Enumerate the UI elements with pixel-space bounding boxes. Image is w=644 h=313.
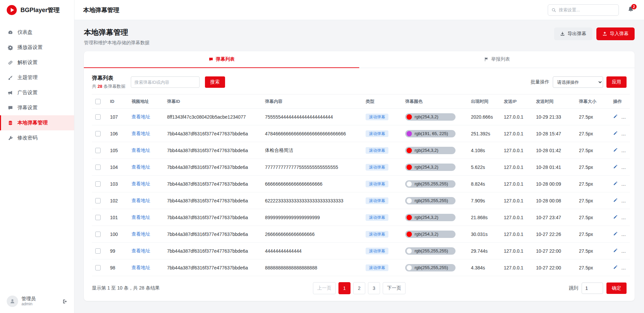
edit-icon[interactable] [613,248,618,253]
color-dot [407,148,412,153]
video-link[interactable]: 查看地址 [131,181,150,186]
video-link[interactable]: 查看地址 [131,248,150,253]
cell-send-time: 10-28 01:42 [533,142,576,159]
edit-icon[interactable] [613,181,618,186]
cell-size: 27.5px [576,259,610,276]
prev-page-button[interactable]: 上一页 [313,282,336,294]
header-video-url: 视频地址 [128,95,164,109]
video-link[interactable]: 查看地址 [131,147,150,153]
cell-appear-time: 4.384s [468,259,500,276]
tab-report-list[interactable]: 举报列表 [359,51,635,68]
video-link[interactable]: 查看地址 [131,231,150,237]
row-checkbox[interactable] [95,232,101,237]
cell-danmaku-id: 7bb44a387df6316f377e477637bbde6a [164,192,262,209]
edit-icon[interactable] [613,198,618,202]
settings-search[interactable] [548,4,619,16]
batch-operation-select[interactable]: 请选择操作 [553,76,603,88]
apply-button[interactable]: 应用 [606,76,627,88]
color-pill: rgb(254,3,2) [405,214,455,221]
select-all-checkbox[interactable] [95,99,101,104]
sidebar-item-ad-settings[interactable]: 广告设置 [0,85,74,100]
cell-send-ip: 127.0.0.1 [500,209,533,226]
color-value: rgb(254,3,2) [415,232,438,237]
sidebar-item-local-danmaku[interactable]: 本地弹幕管理 [0,115,74,130]
cell-content: 622223333333333333333333333333 [262,192,362,209]
sidebar-item-dashboard[interactable]: 仪表盘 [0,25,74,40]
sidebar-item-danmaku-settings[interactable]: 弹幕设置 [0,100,74,115]
color-value: rgb(254,3,2) [415,165,438,170]
flag-icon [484,57,489,62]
cell-content: 7777777777777555555555555555 [262,159,362,176]
cell-size: 27.5px [576,142,610,159]
cell-danmaku-id: 7bb44a387df6316f377e477637bbde6a [164,159,262,176]
video-link[interactable]: 查看地址 [131,198,150,203]
cell-appear-time: 8.824s [468,176,500,192]
edit-icon[interactable] [613,231,618,236]
row-checkbox[interactable] [95,248,101,254]
cell-appear-time: 29.744s [468,243,500,259]
next-page-button[interactable]: 下一页 [383,282,406,294]
page-button-2[interactable]: 2 [353,282,365,294]
export-button[interactable]: 导出弹幕 [554,27,592,40]
cell-danmaku-id: 7bb44a387df6316f377e477637bbde6a [164,125,262,142]
color-value: rgb(255,255,255) [415,248,448,253]
sidebar-item-theme-management[interactable]: 主题管理 [0,70,74,85]
comment-icon [209,57,213,62]
cell-send-time: 10-27 22:00 [533,259,576,276]
cell-send-time: 10-27 23:47 [533,209,576,226]
panel-title: 弹幕列表 [92,75,125,82]
cell-danmaku-id: 7bb44a387df6316f377e477637bbde6a [164,142,262,159]
sidebar-item-player-settings[interactable]: 播放器设置 [0,40,74,55]
row-checkbox[interactable] [95,181,101,187]
cell-appear-time: 30.031s [468,226,500,243]
edit-icon[interactable] [613,265,618,269]
jump-input[interactable] [582,283,603,294]
table-row: 99 查看地址 7bb44a387df6316f377e477637bbde6a… [92,243,630,259]
row-checkbox[interactable] [95,265,101,270]
database-icon [8,120,13,126]
page-header: 本地弹幕管理 管理和维护本地存储的弹幕数据 导出弹幕 导入弹幕 [84,27,635,46]
edit-icon[interactable] [613,214,618,219]
row-checkbox[interactable] [95,215,101,220]
pagination: 上一页 1 2 3 下一页 [313,282,406,294]
tab-danmaku-list[interactable]: 弹幕列表 [84,51,359,68]
cell-size: 27.5px [576,159,610,176]
edit-icon[interactable] [613,114,618,119]
page-button-1[interactable]: 1 [338,282,351,294]
danmaku-search-input[interactable] [131,76,200,88]
edit-icon[interactable] [613,164,618,169]
color-pill: rgb(255,255,255) [405,264,455,271]
table-row: 98 查看地址 7bb44a387df6316f377e477637bbde6a… [92,259,630,276]
video-link[interactable]: 查看地址 [131,131,150,136]
cell-danmaku-id: 7bb44a387df6316f377e477637bbde6a [164,243,262,259]
search-button[interactable]: 搜索 [205,76,225,88]
row-checkbox[interactable] [95,198,101,203]
page-button-3[interactable]: 3 [368,282,380,294]
header-danmaku-id: 弹幕ID [164,95,262,109]
edit-icon[interactable] [613,147,618,152]
logout-icon[interactable] [62,299,67,304]
edit-icon[interactable] [613,131,618,135]
cell-send-ip: 127.0.0.1 [500,142,533,159]
notifications-button[interactable]: 2 [628,6,634,14]
video-link[interactable]: 查看地址 [131,265,150,270]
color-pill: rgb(254,3,2) [405,113,455,121]
row-checkbox[interactable] [95,114,101,120]
row-checkbox[interactable] [95,165,101,170]
import-button[interactable]: 导入弹幕 [596,27,635,40]
sidebar-item-change-password[interactable]: 修改密码 [0,130,74,145]
video-link[interactable]: 查看地址 [131,214,150,220]
type-badge: 滚动弹幕 [366,197,388,204]
row-checkbox[interactable] [95,148,101,153]
row-checkbox[interactable] [95,131,101,136]
confirm-button[interactable]: 确定 [606,283,627,294]
topbar-title: 本地弹幕管理 [83,6,119,14]
video-link[interactable]: 查看地址 [131,114,150,119]
video-link[interactable]: 查看地址 [131,164,150,170]
type-badge: 滚动弹幕 [366,164,388,171]
cell-appear-time: 251.392s [468,125,500,142]
sidebar-item-parse-settings[interactable]: 解析设置 [0,55,74,70]
settings-search-input[interactable] [559,7,618,12]
table-row: 103 查看地址 7bb44a387df6316f377e477637bbde6… [92,176,630,192]
header-send-ip: 发送IP [500,95,533,109]
